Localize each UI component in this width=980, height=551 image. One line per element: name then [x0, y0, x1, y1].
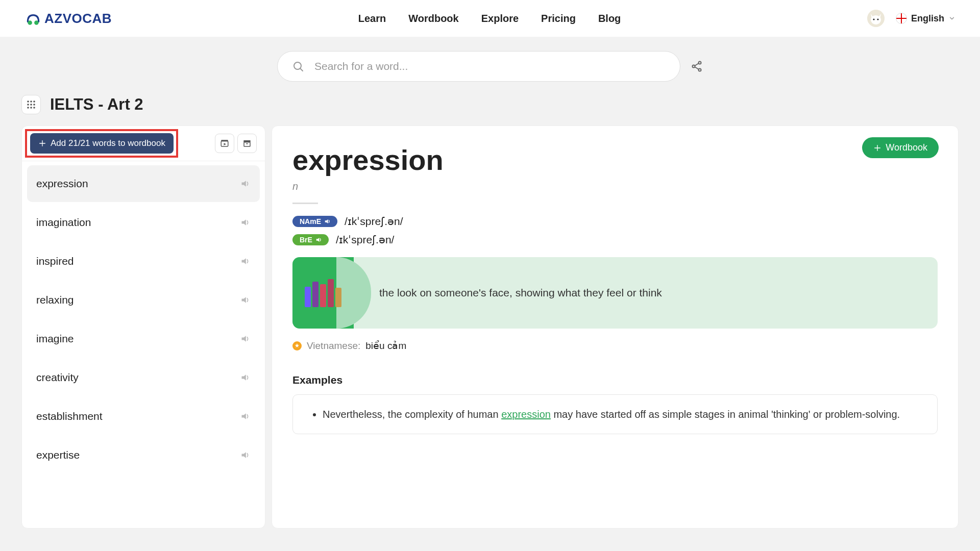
speaker-icon[interactable] [240, 295, 251, 305]
archive-icon [242, 139, 252, 148]
language-selector[interactable]: English [896, 13, 955, 24]
svg-point-17 [33, 101, 35, 103]
svg-point-15 [27, 101, 29, 103]
svg-line-13 [695, 63, 699, 66]
svg-point-22 [30, 107, 32, 109]
add-all-label: Add 21/21 words to wordbook [51, 138, 165, 148]
word-row[interactable]: imagination [27, 204, 260, 241]
nav-link-explore[interactable]: Explore [481, 13, 519, 24]
books-icon [305, 279, 341, 307]
chevron-down-icon [948, 15, 955, 22]
translation-label: Vietnamese: [307, 340, 360, 352]
svg-marker-39 [242, 452, 246, 458]
nav-right: English [867, 10, 955, 27]
speaker-icon[interactable] [240, 334, 251, 344]
word-row[interactable]: expression [27, 165, 260, 202]
nav-link-pricing[interactable]: Pricing [541, 13, 576, 24]
pronunciation-bre: BrE /ɪkˈspreʃ.ən/ [292, 234, 938, 246]
svg-rect-27 [221, 140, 228, 141]
wordbook-button[interactable]: Wordbook [862, 137, 939, 158]
svg-rect-30 [244, 142, 250, 146]
word-row[interactable]: expertise [27, 437, 260, 473]
example-item: Nevertheless, the complexity of human ex… [323, 406, 923, 422]
nav-link-wordbook[interactable]: Wordbook [408, 13, 459, 24]
word-label: expertise [36, 449, 80, 461]
svg-point-18 [27, 104, 29, 106]
translation-value: biểu cảm [365, 340, 406, 352]
name-badge-label: NAmE [300, 217, 321, 226]
avatar[interactable] [867, 10, 885, 27]
logo-text: AZVOCAB [44, 11, 112, 27]
nav-link-learn[interactable]: Learn [358, 13, 386, 24]
search-input[interactable] [314, 60, 666, 72]
title-row: IELTS - Art 2 [0, 91, 980, 126]
examples-card: Nevertheless, the complexity of human ex… [292, 394, 938, 434]
bre-badge[interactable]: BrE [292, 234, 329, 245]
word-list[interactable]: expressionimaginationinspiredrelaxingima… [22, 161, 265, 528]
svg-point-1 [34, 20, 39, 25]
flag-icon [896, 13, 907, 24]
svg-marker-34 [242, 258, 246, 264]
svg-point-19 [30, 104, 32, 106]
apps-button[interactable] [21, 95, 41, 114]
plus-icon [38, 139, 46, 147]
svg-marker-28 [224, 143, 227, 145]
share-icon[interactable] [691, 60, 703, 72]
speaker-icon[interactable] [240, 411, 251, 421]
word-row[interactable]: imagine [27, 320, 260, 357]
page-title: IELTS - Art 2 [50, 95, 143, 114]
logo[interactable]: AZVOCAB [24, 10, 112, 27]
svg-marker-43 [316, 238, 320, 242]
name-badge[interactable]: NAmE [292, 216, 337, 227]
sidebar-header-actions [215, 134, 257, 153]
archive-button[interactable] [237, 134, 257, 153]
definition-text: the look on someone's face, showing what… [354, 287, 677, 299]
word-row[interactable]: relaxing [27, 282, 260, 318]
bre-ipa: /ɪkˈspreʃ.ən/ [336, 234, 395, 246]
add-all-button[interactable]: Add 21/21 words to wordbook [30, 133, 174, 154]
word-row[interactable]: inspired [27, 243, 260, 280]
speaker-icon[interactable] [240, 372, 251, 383]
svg-marker-42 [325, 219, 328, 223]
examples-list: Nevertheless, the complexity of human ex… [307, 406, 923, 422]
search-box[interactable] [277, 51, 680, 82]
wordbook-button-label: Wordbook [886, 142, 927, 153]
word-label: creativity [36, 371, 79, 384]
word-row[interactable]: establishment [27, 398, 260, 435]
plus-icon [873, 144, 881, 152]
nav-link-blog[interactable]: Blog [598, 13, 621, 24]
svg-marker-36 [242, 336, 246, 342]
svg-point-23 [33, 107, 35, 109]
svg-marker-38 [242, 413, 246, 419]
search-row [0, 37, 980, 91]
definition-illustration [292, 257, 354, 329]
nav-links: Learn Wordbook Explore Pricing Blog [358, 13, 621, 24]
word-row[interactable]: creativity [27, 359, 260, 396]
svg-point-6 [873, 18, 874, 20]
svg-point-20 [33, 104, 35, 106]
main-area: IELTS - Art 2 Add 21/21 words to wordboo… [0, 37, 980, 551]
speaker-icon[interactable] [240, 217, 251, 228]
star-icon: ★ [292, 341, 302, 350]
svg-line-9 [300, 68, 303, 71]
detail-pane: Wordbook expression n NAmE /ɪkˈspreʃ.ən/… [272, 126, 959, 529]
speaker-icon[interactable] [240, 256, 251, 266]
search-icon [292, 60, 304, 72]
svg-point-21 [27, 107, 29, 109]
pronunciation-name: NAmE /ɪkˈspreʃ.ən/ [292, 215, 938, 228]
speaker-icon[interactable] [240, 450, 251, 460]
svg-line-14 [695, 67, 699, 69]
example-highlight: expression [501, 409, 551, 420]
play-box-icon [220, 139, 229, 148]
word-label: imagination [36, 216, 91, 229]
svg-marker-35 [242, 297, 246, 303]
speaker-icon[interactable] [240, 179, 251, 189]
divider [292, 203, 318, 204]
word-label: expression [36, 178, 88, 190]
speaker-icon [315, 236, 323, 243]
content-row: Add 21/21 words to wordbook expressionim… [0, 126, 980, 529]
svg-point-7 [877, 18, 878, 20]
svg-marker-37 [242, 374, 246, 381]
video-button[interactable] [215, 134, 234, 153]
logo-icon [24, 10, 42, 27]
